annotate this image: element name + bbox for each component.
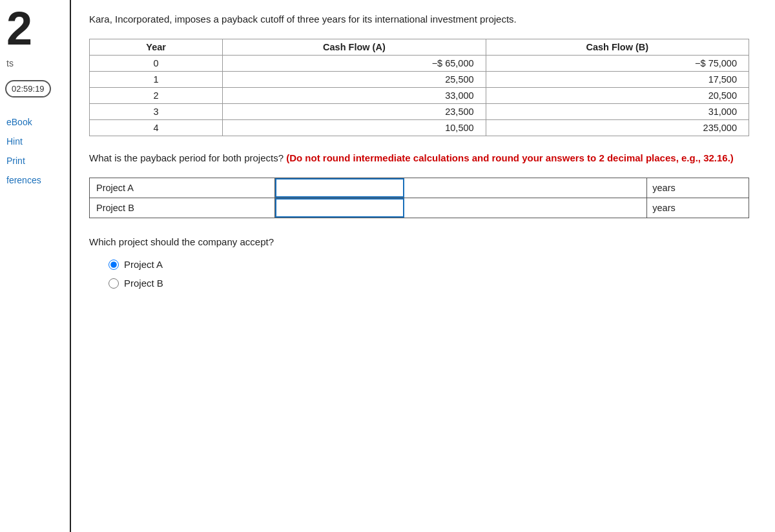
- project-b-input[interactable]: [275, 198, 404, 218]
- sidebar: 2 ts 02:59:19 eBook Hint Print ferences: [0, 0, 71, 532]
- table-cell: 1: [90, 72, 223, 88]
- which-project-label: Which project should the company accept?: [89, 236, 749, 247]
- project-a-label: Project A: [90, 178, 275, 198]
- table-cell: 23,500: [223, 104, 486, 120]
- print-link[interactable]: Print: [6, 156, 41, 166]
- table-row: 125,50017,500: [90, 72, 749, 88]
- col-header-cf-a: Cash Flow (A): [223, 39, 486, 56]
- answer-table: Project A years Project B years: [89, 178, 749, 218]
- project-a-unit: years: [647, 178, 749, 198]
- table-row: 0−$ 65,000−$ 75,000: [90, 56, 749, 72]
- table-row: 233,00020,500: [90, 88, 749, 104]
- radio-option-b[interactable]: Project B: [108, 278, 749, 289]
- project-a-input-cell[interactable]: [274, 178, 646, 198]
- table-cell: 0: [90, 56, 223, 72]
- table-row: 410,500235,000: [90, 120, 749, 136]
- table-cell: −$ 65,000: [223, 56, 486, 72]
- radio-group: Project A Project B: [108, 259, 749, 289]
- answer-row-a: Project A years: [90, 178, 749, 198]
- question-text: What is the payback period for both proj…: [89, 152, 284, 163]
- question-prompt: What is the payback period for both proj…: [89, 150, 749, 166]
- hint-link[interactable]: Hint: [6, 136, 41, 147]
- references-link[interactable]: ferences: [6, 175, 41, 185]
- col-header-year: Year: [90, 39, 223, 56]
- table-cell: −$ 75,000: [486, 56, 749, 72]
- radio-label-a: Project A: [124, 259, 163, 270]
- col-header-cf-b: Cash Flow (B): [486, 39, 749, 56]
- table-cell: 10,500: [223, 120, 486, 136]
- table-cell: 235,000: [486, 120, 749, 136]
- question-number: 2: [0, 5, 32, 52]
- radio-label-b: Project B: [124, 278, 163, 289]
- radio-option-a[interactable]: Project A: [108, 259, 749, 270]
- ebook-link[interactable]: eBook: [6, 117, 41, 127]
- project-b-label: Project B: [90, 198, 275, 218]
- table-row: 323,50031,000: [90, 104, 749, 120]
- cash-flow-table: Year Cash Flow (A) Cash Flow (B) 0−$ 65,…: [89, 39, 749, 136]
- project-b-input-cell[interactable]: [274, 198, 646, 218]
- project-b-unit: years: [647, 198, 749, 218]
- table-cell: 31,000: [486, 104, 749, 120]
- radio-project-b[interactable]: [108, 278, 119, 289]
- table-cell: 2: [90, 88, 223, 104]
- project-a-input[interactable]: [275, 178, 404, 198]
- table-cell: 25,500: [223, 72, 486, 88]
- sidebar-label: ts: [0, 58, 14, 68]
- answer-row-b: Project B years: [90, 198, 749, 218]
- table-cell: 20,500: [486, 88, 749, 104]
- radio-project-a[interactable]: [108, 260, 119, 270]
- sidebar-links: eBook Hint Print ferences: [0, 117, 41, 185]
- timer-badge: 02:59:19: [5, 80, 51, 97]
- table-cell: 33,000: [223, 88, 486, 104]
- instruction-text: (Do not round intermediate calculations …: [286, 152, 734, 163]
- page-layout: 2 ts 02:59:19 eBook Hint Print ferences …: [0, 0, 775, 532]
- table-cell: 3: [90, 104, 223, 120]
- table-cell: 17,500: [486, 72, 749, 88]
- table-cell: 4: [90, 120, 223, 136]
- problem-text: Kara, Incorporated, imposes a payback cu…: [89, 12, 749, 27]
- main-content: Kara, Incorporated, imposes a payback cu…: [71, 0, 775, 532]
